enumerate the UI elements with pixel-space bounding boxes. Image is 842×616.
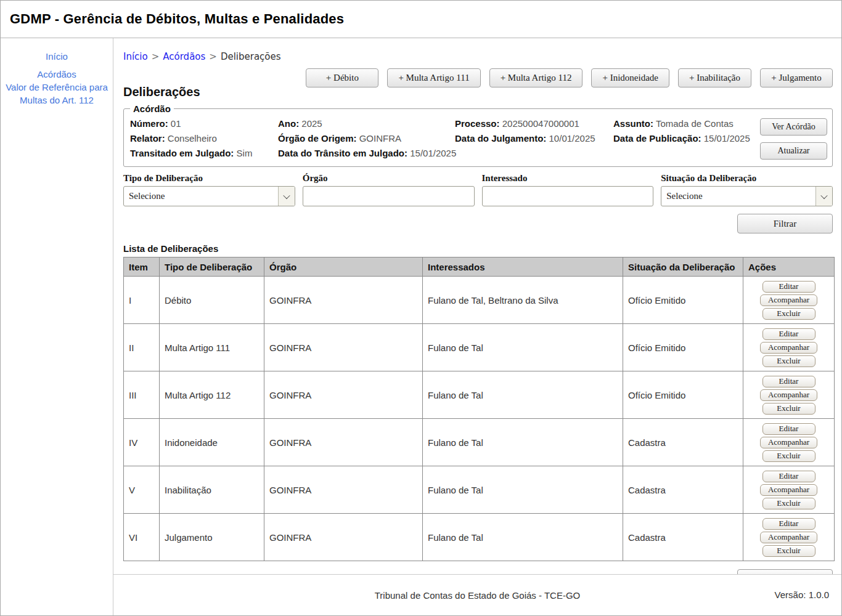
table-row: I Débito GOINFRA Fulano de Tal, Beltrano…: [124, 277, 835, 324]
excluir-button[interactable]: Excluir: [762, 403, 815, 415]
acordao-transitado: Transitado em Julgado: Sim: [130, 146, 278, 161]
cell-item: III: [124, 371, 160, 419]
row-actions: Editar Acompanhar Excluir: [748, 423, 829, 462]
excluir-button[interactable]: Excluir: [762, 450, 815, 462]
cell-orgao: GOINFRA: [264, 277, 423, 324]
filtrar-button[interactable]: Filtrar: [737, 214, 833, 233]
cell-interessados: Fulano de Tal: [423, 324, 623, 371]
breadcrumb-acordaos[interactable]: Acórdãos: [163, 51, 205, 62]
row-actions: Editar Acompanhar Excluir: [748, 328, 829, 367]
header-situacao-deliberacao: Situação da Deliberação: [623, 257, 743, 277]
chevron-down-icon: [278, 187, 295, 206]
cell-interessados: Fulano de Tal: [423, 466, 623, 514]
breadcrumb-inicio[interactable]: Início: [123, 51, 148, 62]
add-julgamento-button[interactable]: + Julgamento: [760, 68, 833, 87]
breadcrumb-separator: >: [205, 51, 221, 62]
add-multa-artigo-111-button[interactable]: + Multa Artigo 111: [387, 68, 480, 87]
cell-item: IV: [124, 419, 160, 466]
filter-bar: Tipo de Deliberação Selecione Órgão Inte…: [123, 173, 833, 206]
situacao-deliberacao-select[interactable]: Selecione: [661, 186, 833, 206]
excluir-button[interactable]: Excluir: [762, 308, 815, 320]
header-orgao: Órgão: [264, 257, 423, 277]
acordao-row: Transitado em Julgado: Sim Data do Trâns…: [130, 146, 826, 161]
acordao-ano: Ano: 2025: [278, 116, 455, 131]
tipo-deliberacao-label: Tipo de Deliberação: [123, 173, 295, 184]
row-actions: Editar Acompanhar Excluir: [748, 376, 829, 415]
table-row: VI Julgamento GOINFRA Fulano de Tal Cada…: [124, 514, 835, 561]
cell-situacao: Cadastra: [623, 514, 743, 561]
acompanhar-button[interactable]: Acompanhar: [760, 389, 817, 401]
sidebar: Início Acórdãos Valor de Referência para…: [1, 38, 113, 615]
sidebar-item-valor-referencia[interactable]: Valor de Referência para Multas do Art. …: [1, 81, 113, 107]
voltar-para-acordaos-button[interactable]: Voltar para Acórdãos: [737, 569, 833, 574]
interessado-input[interactable]: [482, 186, 654, 206]
cell-tipo: Inidoneidade: [160, 419, 264, 466]
app-title: GDMP - Gerência de Débitos, Multas e Pen…: [10, 11, 344, 27]
cell-situacao: Ofício Emitido: [623, 371, 743, 419]
cell-item: II: [124, 324, 160, 371]
filter-situacao-deliberacao: Situação da Deliberação Selecione: [661, 173, 833, 206]
acompanhar-button[interactable]: Acompanhar: [760, 294, 817, 306]
sidebar-item-inicio[interactable]: Início: [1, 50, 113, 63]
editar-button[interactable]: Editar: [762, 376, 815, 387]
acordao-fieldset: Acórdão Número: 01 Ano: 2025 Processo: 2…: [123, 103, 833, 167]
row-actions: Editar Acompanhar Excluir: [748, 518, 829, 557]
table-row: II Multa Artigo 111 GOINFRA Fulano de Ta…: [124, 324, 835, 371]
acompanhar-button[interactable]: Acompanhar: [760, 342, 817, 354]
filter-tipo-deliberacao: Tipo de Deliberação Selecione: [123, 173, 295, 206]
orgao-input[interactable]: [303, 186, 475, 206]
cell-situacao: Cadastra: [623, 466, 743, 514]
cell-tipo: Multa Artigo 112: [160, 371, 264, 419]
situacao-deliberacao-label: Situação da Deliberação: [661, 173, 833, 184]
editar-button[interactable]: Editar: [762, 423, 815, 435]
row-actions: Editar Acompanhar Excluir: [748, 281, 829, 320]
acordao-relator: Relator: Conselheiro: [130, 131, 278, 146]
header-interessados: Interessados: [423, 257, 623, 277]
ver-acordao-button[interactable]: Ver Acórdão: [760, 118, 827, 136]
tipo-deliberacao-select[interactable]: Selecione: [123, 186, 295, 206]
main-content: Início>Acórdãos>Deliberações Deliberaçõe…: [113, 38, 841, 574]
sidebar-item-acordaos[interactable]: Acórdãos: [1, 68, 113, 81]
excluir-button[interactable]: Excluir: [762, 498, 815, 509]
table-header-row: Item Tipo de Deliberação Órgão Interessa…: [124, 257, 835, 277]
add-debito-button[interactable]: + Débito: [306, 68, 378, 87]
footer: Tribunal de Contas do Estado de Goiás - …: [113, 574, 841, 615]
acordao-orgao-origem: Órgão de Origem: GOINFRA: [278, 131, 455, 146]
table-row: IV Inidoneidade GOINFRA Fulano de Tal Ca…: [124, 419, 835, 466]
breadcrumb-separator: >: [148, 51, 163, 62]
page-title: Deliberações: [123, 85, 200, 99]
acordao-data-julgamento: Data do Julgamento: 10/01/2025: [455, 131, 613, 146]
editar-button[interactable]: Editar: [762, 328, 815, 340]
cell-situacao: Ofício Emitido: [623, 277, 743, 324]
footer-org: Tribunal de Contas do Estado de Goiás - …: [375, 590, 581, 601]
excluir-button[interactable]: Excluir: [762, 545, 815, 557]
cell-tipo: Julgamento: [160, 514, 264, 561]
atualizar-button[interactable]: Atualizar: [760, 142, 827, 160]
cell-item: V: [124, 466, 160, 514]
add-inidoneidade-button[interactable]: + Inidoneidade: [591, 68, 669, 87]
excluir-button[interactable]: Excluir: [762, 355, 815, 367]
cell-tipo: Multa Artigo 111: [160, 324, 264, 371]
tipo-deliberacao-selected-value: Selecione: [124, 187, 278, 206]
cell-orgao: GOINFRA: [264, 514, 423, 561]
page-head: Deliberações + Débito + Multa Artigo 111…: [123, 66, 833, 100]
acompanhar-button[interactable]: Acompanhar: [760, 532, 817, 543]
acordao-row: Número: 01 Ano: 2025 Processo: 202500047…: [130, 116, 826, 131]
editar-button[interactable]: Editar: [762, 518, 815, 530]
acompanhar-button[interactable]: Acompanhar: [760, 437, 817, 448]
editar-button[interactable]: Editar: [762, 281, 815, 293]
acordao-numero: Número: 01: [130, 116, 278, 131]
filter-interessado: Interessado: [482, 173, 654, 206]
filter-orgao: Órgão: [303, 173, 475, 206]
row-actions: Editar Acompanhar Excluir: [748, 471, 829, 509]
cell-orgao: GOINFRA: [264, 371, 423, 419]
add-multa-artigo-112-button[interactable]: + Multa Artigo 112: [489, 68, 583, 87]
cell-tipo: Débito: [160, 277, 264, 324]
chevron-down-icon: [815, 187, 832, 206]
cell-item: VI: [124, 514, 160, 561]
editar-button[interactable]: Editar: [762, 471, 815, 482]
add-inabilitacao-button[interactable]: + Inabilitação: [678, 68, 751, 87]
acompanhar-button[interactable]: Acompanhar: [760, 484, 817, 496]
acordao-actions: Ver Acórdão Atualizar: [760, 118, 827, 160]
acordao-data-transito: Data do Trânsito em Julgado: 15/01/2025: [278, 146, 456, 161]
